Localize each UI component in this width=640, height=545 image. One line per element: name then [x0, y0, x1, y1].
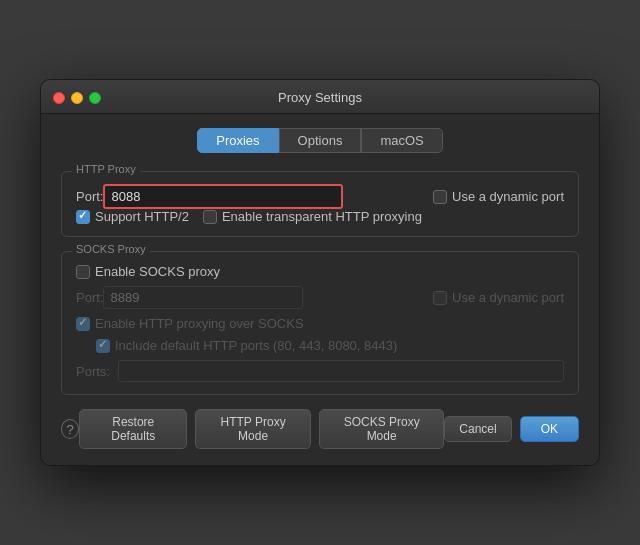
- socks-port-label: Port:: [76, 290, 103, 305]
- socks-dynamic-port-checkbox[interactable]: Use a dynamic port: [433, 290, 564, 305]
- http-proxy-mode-button[interactable]: HTTP Proxy Mode: [195, 409, 311, 449]
- http-options-row: Support HTTP/2 Enable transparent HTTP p…: [76, 209, 564, 224]
- enable-socks-checkbox[interactable]: Enable SOCKS proxy: [76, 264, 564, 279]
- socks-port-input[interactable]: [103, 286, 303, 309]
- http-port-input[interactable]: [103, 184, 343, 209]
- transparent-proxy-check[interactable]: [203, 210, 217, 224]
- http-port-row: Port: Use a dynamic port: [76, 184, 564, 209]
- default-ports-checkbox[interactable]: Include default HTTP ports (80, 443, 808…: [96, 338, 564, 353]
- http-dynamic-port-check[interactable]: [433, 190, 447, 204]
- http-proxy-label: HTTP Proxy: [72, 163, 140, 175]
- enable-socks-row: Enable SOCKS proxy: [76, 264, 564, 279]
- socks-dynamic-port-label: Use a dynamic port: [452, 290, 564, 305]
- http-over-socks-checkbox[interactable]: Enable HTTP proxying over SOCKS: [76, 316, 564, 331]
- default-ports-label: Include default HTTP ports (80, 443, 808…: [115, 338, 397, 353]
- tab-proxies[interactable]: Proxies: [197, 128, 278, 153]
- restore-defaults-button[interactable]: Restore Defaults: [79, 409, 187, 449]
- http-over-socks-check[interactable]: [76, 317, 90, 331]
- enable-socks-label: Enable SOCKS proxy: [95, 264, 220, 279]
- support-http2-label: Support HTTP/2: [95, 209, 189, 224]
- window-title: Proxy Settings: [278, 90, 362, 105]
- window-content: Proxies Options macOS HTTP Proxy Port: U…: [41, 114, 599, 465]
- bottom-section: ? Restore Defaults HTTP Proxy Mode SOCKS…: [61, 409, 579, 449]
- tab-bar: Proxies Options macOS: [61, 128, 579, 153]
- socks-proxy-label: SOCKS Proxy: [72, 243, 150, 255]
- enable-socks-check[interactable]: [76, 265, 90, 279]
- http-port-label: Port:: [76, 189, 103, 204]
- socks-ports-input[interactable]: [118, 360, 564, 382]
- http-dynamic-port-checkbox[interactable]: Use a dynamic port: [433, 189, 564, 204]
- tab-macos[interactable]: macOS: [361, 128, 442, 153]
- http-over-socks-row: Enable HTTP proxying over SOCKS: [76, 316, 564, 331]
- help-button[interactable]: ?: [61, 419, 79, 439]
- default-ports-row: Include default HTTP ports (80, 443, 808…: [96, 338, 564, 353]
- socks-ports-label: Ports:: [76, 364, 110, 379]
- socks-port-row: Port: Use a dynamic port: [76, 286, 564, 309]
- support-http2-checkbox[interactable]: Support HTTP/2: [76, 209, 189, 224]
- default-ports-check[interactable]: [96, 339, 110, 353]
- footer-buttons: Cancel OK: [444, 416, 579, 442]
- title-bar: Proxy Settings: [41, 80, 599, 114]
- cancel-button[interactable]: Cancel: [444, 416, 511, 442]
- maximize-button[interactable]: [89, 92, 101, 104]
- support-http2-check[interactable]: [76, 210, 90, 224]
- tab-options[interactable]: Options: [279, 128, 362, 153]
- traffic-lights: [53, 92, 101, 104]
- close-button[interactable]: [53, 92, 65, 104]
- socks-proxy-section: SOCKS Proxy Enable SOCKS proxy Port: Use…: [61, 251, 579, 395]
- transparent-proxy-checkbox[interactable]: Enable transparent HTTP proxying: [203, 209, 422, 224]
- socks-proxy-mode-button[interactable]: SOCKS Proxy Mode: [319, 409, 444, 449]
- socks-ports-input-row: Ports:: [76, 360, 564, 382]
- http-proxy-section: HTTP Proxy Port: Use a dynamic port Supp…: [61, 171, 579, 237]
- http-dynamic-port-label: Use a dynamic port: [452, 189, 564, 204]
- ok-button[interactable]: OK: [520, 416, 579, 442]
- action-buttons: Restore Defaults HTTP Proxy Mode SOCKS P…: [79, 409, 444, 449]
- transparent-proxy-label: Enable transparent HTTP proxying: [222, 209, 422, 224]
- minimize-button[interactable]: [71, 92, 83, 104]
- socks-dynamic-port-check[interactable]: [433, 291, 447, 305]
- proxy-settings-window: Proxy Settings Proxies Options macOS HTT…: [40, 79, 600, 466]
- http-over-socks-label: Enable HTTP proxying over SOCKS: [95, 316, 304, 331]
